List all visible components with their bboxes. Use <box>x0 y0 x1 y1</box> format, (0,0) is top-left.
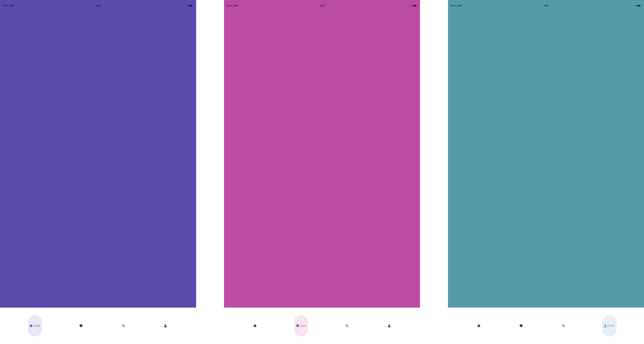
svg-line-12 <box>347 326 348 327</box>
svg-line-19 <box>564 326 565 327</box>
user-icon <box>164 324 167 327</box>
svg-rect-17 <box>640 5 641 6</box>
battery-icon <box>414 5 417 6</box>
svg-point-13 <box>388 324 390 326</box>
tab-bar: Home Likes Search Profile <box>0 308 196 344</box>
user-icon <box>604 324 607 327</box>
svg-point-14 <box>636 5 637 6</box>
svg-rect-9 <box>414 5 416 6</box>
tab-search[interactable]: Search <box>120 315 127 336</box>
content-area <box>224 11 420 308</box>
svg-point-6 <box>164 324 166 326</box>
svg-rect-2 <box>190 5 192 6</box>
tab-search[interactable]: Search <box>344 315 350 336</box>
tab-bar: Home Likes Search Profile <box>448 308 644 344</box>
wifi-icon <box>460 5 462 6</box>
cellular-signal-icon <box>10 5 12 6</box>
tab-home[interactable]: Home <box>28 315 42 336</box>
battery-icon <box>190 5 193 6</box>
phone-screen: Camera 11:30 Home <box>448 0 644 344</box>
home-icon <box>477 324 480 327</box>
svg-point-0 <box>188 5 189 6</box>
cellular-signal-icon <box>234 5 236 6</box>
tab-likes[interactable]: Likes <box>294 315 308 336</box>
status-time: 11:30 <box>320 5 324 7</box>
wifi-icon <box>236 5 238 6</box>
status-bar: Camera 11:29 <box>0 0 196 11</box>
tab-profile[interactable]: Profile <box>386 315 392 336</box>
tab-profile[interactable]: Profile <box>162 315 168 336</box>
back-to-app[interactable]: Camera <box>2 5 8 6</box>
back-to-app[interactable]: Camera <box>450 5 456 6</box>
status-right <box>411 5 417 6</box>
battery-icon <box>638 5 641 6</box>
back-app-label: Camera <box>3 5 8 6</box>
back-caret-icon <box>226 5 227 6</box>
heart-icon <box>296 324 299 327</box>
svg-line-5 <box>124 326 125 327</box>
status-right <box>635 5 641 6</box>
search-icon <box>122 324 125 327</box>
alarm-icon <box>187 5 189 6</box>
status-right <box>187 5 193 6</box>
phone-screen: Camera 11:30 Home <box>224 0 420 344</box>
search-icon <box>562 324 565 327</box>
alarm-icon <box>411 5 413 6</box>
user-icon <box>388 324 391 327</box>
status-left: Camera <box>2 5 14 6</box>
tab-bar: Home Likes Search Profile <box>224 308 420 344</box>
phone-screen: Camera 11:29 Home <box>0 0 196 344</box>
tab-label: Likes <box>300 324 306 327</box>
status-left: Camera <box>226 5 238 6</box>
content-area <box>448 11 644 308</box>
alarm-icon <box>635 5 637 6</box>
tab-home[interactable]: Home <box>476 315 482 336</box>
home-icon <box>29 324 33 327</box>
svg-rect-3 <box>193 5 193 6</box>
svg-rect-10 <box>416 5 417 6</box>
back-caret-icon <box>2 5 3 6</box>
status-time: 11:30 <box>544 5 548 7</box>
tab-profile[interactable]: Profile <box>602 315 616 336</box>
tab-home[interactable]: Home <box>252 315 258 336</box>
back-app-label: Camera <box>227 5 232 6</box>
svg-rect-16 <box>638 5 640 6</box>
tab-likes[interactable]: Likes <box>78 315 84 336</box>
status-time: 11:29 <box>96 5 100 7</box>
search-icon <box>346 324 348 327</box>
content-area <box>0 11 196 308</box>
heart-icon <box>520 324 523 327</box>
tab-likes[interactable]: Likes <box>518 315 524 336</box>
wifi-icon <box>12 5 14 6</box>
status-bar: Camera 11:30 <box>448 0 644 11</box>
svg-point-7 <box>412 5 413 6</box>
home-icon <box>253 324 257 327</box>
back-to-app[interactable]: Camera <box>226 5 232 6</box>
tab-label: Home <box>34 324 40 327</box>
status-left: Camera <box>450 5 462 6</box>
back-app-label: Camera <box>451 5 456 6</box>
tab-label: Profile <box>608 324 615 327</box>
back-caret-icon <box>450 5 451 6</box>
heart-icon <box>79 324 83 327</box>
status-bar: Camera 11:30 <box>224 0 420 11</box>
cellular-signal-icon <box>457 5 460 6</box>
tab-search[interactable]: Search <box>560 315 567 336</box>
svg-point-20 <box>604 324 606 326</box>
